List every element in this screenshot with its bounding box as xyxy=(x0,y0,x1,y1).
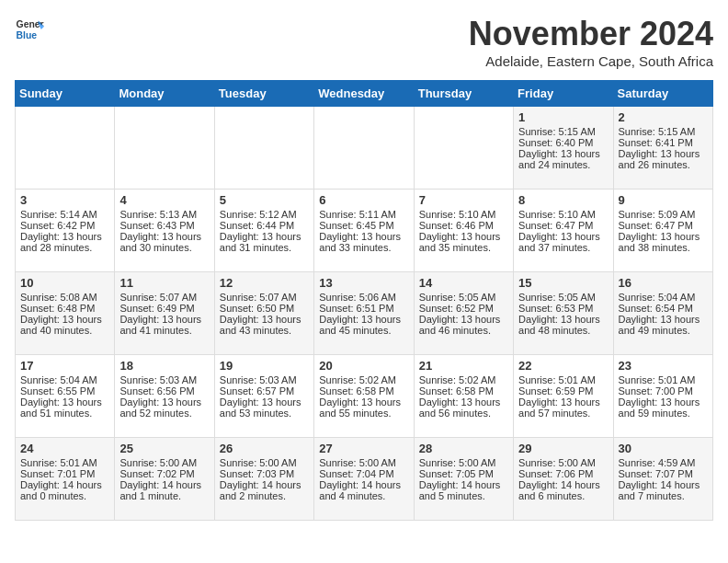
day-info-line: Sunset: 6:47 PM xyxy=(619,220,708,231)
day-info-line: and 33 minutes. xyxy=(319,242,408,253)
calendar-cell: 12Sunrise: 5:07 AMSunset: 6:50 PMDayligh… xyxy=(214,272,313,355)
day-info-line: Sunset: 6:45 PM xyxy=(319,220,408,231)
calendar-week-row: 1Sunrise: 5:15 AMSunset: 6:40 PMDaylight… xyxy=(16,107,713,190)
day-info-line: and 28 minutes. xyxy=(20,242,109,253)
calendar-cell: 20Sunrise: 5:02 AMSunset: 6:58 PMDayligh… xyxy=(314,355,414,438)
day-info-line: Sunrise: 5:01 AM xyxy=(619,374,708,385)
day-number: 22 xyxy=(518,359,608,373)
day-info-line: Sunrise: 5:04 AM xyxy=(20,374,109,385)
day-info-line: Sunrise: 5:03 AM xyxy=(220,374,309,385)
day-info-line: Sunrise: 5:07 AM xyxy=(119,292,209,303)
day-number: 29 xyxy=(518,442,608,455)
day-number: 27 xyxy=(319,442,408,455)
calendar-cell: 18Sunrise: 5:03 AMSunset: 6:56 PMDayligh… xyxy=(115,355,214,438)
logo-icon: General Blue xyxy=(15,15,44,44)
day-info-line: Sunrise: 5:09 AM xyxy=(619,209,708,220)
calendar-week-row: 24Sunrise: 5:01 AMSunset: 7:01 PMDayligh… xyxy=(16,438,713,521)
calendar-cell: 22Sunrise: 5:01 AMSunset: 6:59 PMDayligh… xyxy=(514,355,613,438)
day-info-line: Sunset: 7:00 PM xyxy=(619,385,708,396)
calendar-cell: 6Sunrise: 5:11 AMSunset: 6:45 PMDaylight… xyxy=(314,190,414,272)
day-info-line: Daylight: 13 hours xyxy=(518,148,608,159)
calendar-cell: 3Sunrise: 5:14 AMSunset: 6:42 PMDaylight… xyxy=(16,190,115,272)
day-info-line: Daylight: 14 hours xyxy=(220,479,309,490)
calendar-cell: 25Sunrise: 5:00 AMSunset: 7:02 PMDayligh… xyxy=(115,438,214,521)
day-info-line: Sunset: 6:49 PM xyxy=(119,303,209,314)
day-info-line: Sunrise: 5:10 AM xyxy=(419,209,508,220)
calendar-cell: 9Sunrise: 5:09 AMSunset: 6:47 PMDaylight… xyxy=(613,190,712,272)
day-info-line: Sunrise: 5:07 AM xyxy=(220,292,309,303)
day-info-line: Sunset: 6:44 PM xyxy=(220,220,309,231)
day-info-line: Sunset: 6:52 PM xyxy=(419,303,508,314)
calendar-cell: 14Sunrise: 5:05 AMSunset: 6:52 PMDayligh… xyxy=(414,272,513,355)
calendar-cell: 26Sunrise: 5:00 AMSunset: 7:03 PMDayligh… xyxy=(214,438,313,521)
calendar-cell: 1Sunrise: 5:15 AMSunset: 6:40 PMDaylight… xyxy=(514,107,613,190)
day-info-line: and 45 minutes. xyxy=(319,325,408,336)
calendar-cell: 16Sunrise: 5:04 AMSunset: 6:54 PMDayligh… xyxy=(613,272,712,355)
day-number: 12 xyxy=(220,276,309,290)
day-info-line: Sunset: 6:48 PM xyxy=(20,303,109,314)
calendar-cell: 21Sunrise: 5:02 AMSunset: 6:58 PMDayligh… xyxy=(414,355,513,438)
day-info-line: Sunrise: 5:00 AM xyxy=(220,457,309,468)
day-info-line: Daylight: 13 hours xyxy=(419,314,508,325)
day-info-line: Daylight: 14 hours xyxy=(319,479,408,490)
day-info-line: and 55 minutes. xyxy=(319,408,408,419)
calendar-cell: 27Sunrise: 5:00 AMSunset: 7:04 PMDayligh… xyxy=(314,438,414,521)
calendar-cell: 30Sunrise: 4:59 AMSunset: 7:07 PMDayligh… xyxy=(613,438,712,521)
day-info-line: and 2 minutes. xyxy=(220,490,309,501)
location-subtitle: Adelaide, Eastern Cape, South Africa xyxy=(469,53,713,69)
day-info-line: and 0 minutes. xyxy=(20,490,109,501)
month-title: November 2024 xyxy=(469,15,713,53)
day-info-line: Sunset: 6:51 PM xyxy=(319,303,408,314)
day-info-line: Daylight: 13 hours xyxy=(119,396,209,408)
day-info-line: and 24 minutes. xyxy=(518,159,608,170)
day-number: 1 xyxy=(518,110,608,124)
title-block: November 2024 Adelaide, Eastern Cape, So… xyxy=(469,15,713,69)
day-info-line: Sunset: 7:07 PM xyxy=(619,468,708,479)
day-number: 2 xyxy=(619,110,708,124)
weekday-header-wednesday: Wednesday xyxy=(314,81,414,107)
weekday-header-monday: Monday xyxy=(115,81,214,107)
day-info-line: Sunset: 6:57 PM xyxy=(220,385,309,396)
day-info-line: and 49 minutes. xyxy=(619,325,708,336)
day-info-line: Daylight: 13 hours xyxy=(619,314,708,325)
day-number: 11 xyxy=(119,276,209,290)
day-info-line: Sunset: 7:01 PM xyxy=(20,468,109,479)
day-info-line: Sunset: 6:55 PM xyxy=(20,385,109,396)
day-info-line: Daylight: 13 hours xyxy=(518,314,608,325)
calendar-week-row: 10Sunrise: 5:08 AMSunset: 6:48 PMDayligh… xyxy=(16,272,713,355)
day-info-line: Daylight: 14 hours xyxy=(419,479,508,490)
day-number: 20 xyxy=(319,359,408,373)
day-number: 14 xyxy=(419,276,508,290)
day-info-line: Daylight: 13 hours xyxy=(319,314,408,325)
day-info-line: and 7 minutes. xyxy=(619,490,708,501)
day-info-line: Sunrise: 5:00 AM xyxy=(119,457,209,468)
day-info-line: Sunrise: 5:13 AM xyxy=(119,209,209,220)
day-info-line: and 30 minutes. xyxy=(119,242,209,253)
day-info-line: Sunrise: 5:00 AM xyxy=(518,457,608,468)
day-info-line: and 37 minutes. xyxy=(518,242,608,253)
day-info-line: Sunrise: 4:59 AM xyxy=(619,457,708,468)
day-info-line: Daylight: 13 hours xyxy=(419,396,508,408)
day-info-line: Sunset: 7:02 PM xyxy=(119,468,209,479)
calendar-cell xyxy=(314,107,414,190)
day-number: 15 xyxy=(518,276,608,290)
calendar-cell: 17Sunrise: 5:04 AMSunset: 6:55 PMDayligh… xyxy=(16,355,115,438)
calendar-table: SundayMondayTuesdayWednesdayThursdayFrid… xyxy=(15,80,713,521)
weekday-header-thursday: Thursday xyxy=(414,81,513,107)
day-info-line: Sunset: 6:58 PM xyxy=(419,385,508,396)
day-info-line: Sunrise: 5:00 AM xyxy=(319,457,408,468)
page-header: General Blue November 2024 Adelaide, Eas… xyxy=(15,15,713,69)
weekday-header-saturday: Saturday xyxy=(613,81,712,107)
day-number: 25 xyxy=(119,442,209,455)
day-info-line: Daylight: 13 hours xyxy=(20,314,109,325)
day-info-line: Daylight: 14 hours xyxy=(119,479,209,490)
day-info-line: Daylight: 13 hours xyxy=(419,231,508,242)
day-info-line: and 6 minutes. xyxy=(518,490,608,501)
calendar-cell: 15Sunrise: 5:05 AMSunset: 6:53 PMDayligh… xyxy=(514,272,613,355)
day-info-line: and 46 minutes. xyxy=(419,325,508,336)
day-info-line: Sunrise: 5:15 AM xyxy=(619,126,708,137)
day-number: 13 xyxy=(319,276,408,290)
weekday-header-tuesday: Tuesday xyxy=(214,81,313,107)
day-info-line: Daylight: 13 hours xyxy=(619,396,708,408)
weekday-header-friday: Friday xyxy=(514,81,613,107)
